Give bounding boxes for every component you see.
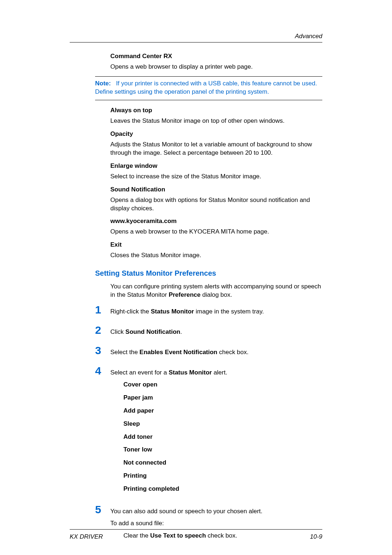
event-printing: Printing — [123, 471, 322, 480]
step-2: 2 Click Sound Notification. — [95, 325, 322, 336]
command-center-desc: Opens a web browser to display a printer… — [110, 63, 322, 71]
command-center-title: Command Center RX — [110, 53, 322, 60]
exit-desc: Closes the Status Monitor image. — [110, 251, 322, 260]
step-3-number: 3 — [95, 345, 110, 356]
step-5-number: 5 — [95, 504, 110, 515]
event-sleep: Sleep — [123, 420, 322, 428]
sound-notif-title: Sound Notification — [110, 186, 322, 193]
step-4: 4 Select an event for a Status Monitor a… — [95, 365, 322, 498]
step-4-number: 4 — [95, 365, 110, 376]
always-on-top-desc: Leaves the Status Monitor image on top o… — [110, 117, 322, 125]
event-cover-open: Cover open — [123, 380, 322, 389]
note-text: Note: If your printer is connected with … — [95, 80, 322, 96]
step-4-body: Select an event for a Status Monitor ale… — [110, 365, 322, 498]
event-add-paper: Add paper — [123, 406, 322, 415]
note-label: Note: — [95, 80, 111, 87]
event-list: Cover open Paper jam Add paper Sleep Add… — [123, 380, 322, 493]
footer-left: KX DRIVER — [70, 533, 103, 540]
page-footer: KX DRIVER 10-9 — [70, 529, 322, 540]
step-1: 1 Right-click the Status Monitor image i… — [95, 304, 322, 316]
event-toner-low: Toner low — [123, 445, 322, 454]
step-2-number: 2 — [95, 325, 110, 336]
step-3-body: Select the Enables Event Notification ch… — [110, 345, 322, 357]
sound-notif-desc: Opens a dialog box with options for Stat… — [110, 196, 322, 213]
event-paper-jam: Paper jam — [123, 393, 322, 402]
always-on-top-title: Always on top — [110, 107, 322, 114]
footer-right: 10-9 — [310, 533, 322, 540]
setting-preferences-heading: Setting Status Monitor Preferences — [95, 269, 322, 278]
section-title: Advanced — [295, 33, 322, 40]
event-not-connected: Not connected — [123, 458, 322, 467]
enlarge-title: Enlarge window — [110, 162, 322, 170]
step-3: 3 Select the Enables Event Notification … — [95, 345, 322, 357]
event-add-toner: Add toner — [123, 433, 322, 441]
page-header: Advanced — [70, 33, 322, 42]
enlarge-desc: Select to increase the size of the Statu… — [110, 173, 322, 181]
exit-title: Exit — [110, 241, 322, 248]
opacity-desc: Adjusts the Status Monitor to let a vari… — [110, 141, 322, 157]
opacity-title: Opacity — [110, 130, 322, 138]
step-5-line1: You can also add sound or speech to your… — [110, 507, 322, 516]
content-body: Command Center RX Opens a web browser to… — [110, 53, 322, 540]
note-body: If your printer is connected with a USB … — [95, 80, 317, 95]
step-1-number: 1 — [95, 304, 110, 315]
website-desc: Opens a web browser to the KYOCERA MITA … — [110, 228, 322, 236]
section-intro: You can configure printing system alerts… — [110, 283, 322, 299]
step-1-body: Right-click the Status Monitor image in … — [110, 304, 322, 316]
section-intro-post: dialog box. — [201, 291, 232, 298]
note-box: Note: If your printer is connected with … — [95, 76, 322, 100]
step-2-body: Click Sound Notification. — [110, 325, 322, 336]
website-title: www.kyoceramita.com — [110, 218, 322, 225]
section-intro-bold: Preference — [169, 291, 201, 298]
event-printing-completed: Printing completed — [123, 485, 322, 493]
step-5-line2: To add a sound file: — [110, 519, 322, 528]
